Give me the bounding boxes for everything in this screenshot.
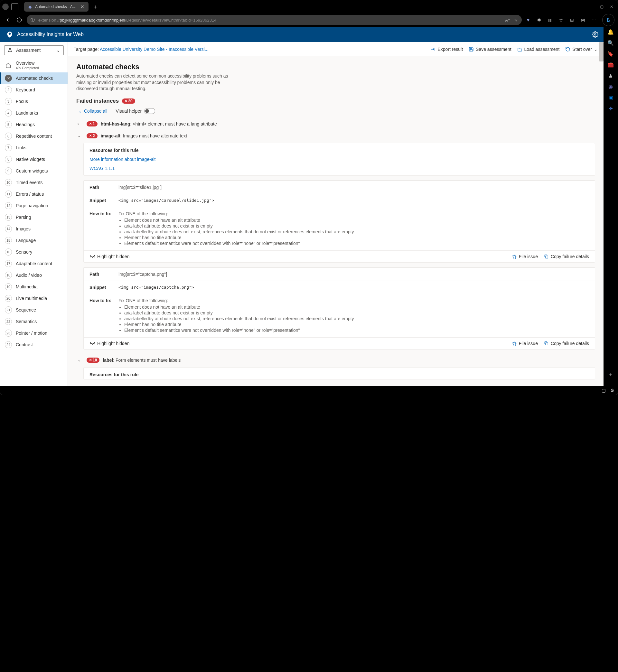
file-issue-button[interactable]: File issue	[512, 254, 538, 259]
settings-gear-icon[interactable]	[592, 31, 598, 38]
nav-item-label: Sequence	[16, 307, 36, 313]
nav-item-multimedia[interactable]: 19Multimedia	[0, 281, 68, 293]
fix-item: aria-labelledby attribute does not exist…	[124, 229, 354, 234]
collapse-all-button[interactable]: ⌄ Collapse all	[78, 108, 107, 114]
tag-icon[interactable]: 🔖	[607, 50, 614, 57]
save-assessment-button[interactable]: Save assessment	[469, 47, 511, 52]
nav-item-headings[interactable]: 5Headings	[0, 119, 68, 130]
add-sidebar-icon[interactable]: ＋	[607, 372, 614, 378]
chevron-down-icon: ⌄	[78, 133, 83, 138]
new-tab-button[interactable]: ＋	[92, 3, 98, 11]
tab-actions-icon[interactable]	[11, 3, 18, 10]
minimize-button[interactable]: ─	[591, 4, 594, 9]
nav-item-keyboard[interactable]: 2Keyboard	[0, 84, 68, 96]
fail-icon: ✕	[5, 75, 12, 82]
nav-item-repetitive-content[interactable]: 6Repetitive content	[0, 130, 68, 142]
nav-item-links[interactable]: 7Links	[0, 142, 68, 153]
nav-item-sensory[interactable]: 16Sensory	[0, 246, 68, 258]
sidebar-toggle-icon[interactable]: ▢	[602, 388, 606, 393]
visual-helper-toggle[interactable]	[144, 108, 155, 114]
nav-item-custom-widgets[interactable]: 9Custom widgets	[0, 165, 68, 177]
favorites-icon[interactable]: ✩	[558, 17, 564, 22]
favorite-icon[interactable]: ☆	[514, 18, 518, 22]
nav-item-images[interactable]: 14Images	[0, 223, 68, 235]
settings-icon[interactable]: ⚙	[610, 388, 614, 393]
nav-item-pointer-motion[interactable]: 23Pointer / motion	[0, 327, 68, 339]
step-number: 11	[5, 191, 12, 198]
nav-item-audio-video[interactable]: 18Audio / video	[0, 269, 68, 281]
rule-html-has-lang[interactable]: › 1 html-has-lang: <html> element must h…	[76, 118, 595, 130]
split-screen-icon[interactable]: ▥	[547, 17, 553, 22]
back-button[interactable]	[4, 16, 12, 24]
address-bar[interactable]: ⓘ extension://pbjjkligggfmakdaogkfomddhf…	[27, 15, 522, 25]
wcag-link[interactable]: WCAG 1.1.1	[90, 166, 589, 171]
performance-icon[interactable]: ⋈	[580, 17, 586, 22]
collections-icon[interactable]: ⊞	[569, 17, 575, 22]
copy-failure-button[interactable]: Copy failure details	[544, 254, 589, 259]
read-aloud-icon[interactable]: A⁺	[505, 18, 510, 22]
nav-item-timed-events[interactable]: 10Timed events	[0, 177, 68, 188]
tab-title: Automated checks - Accessibility	[35, 4, 77, 9]
rule-label[interactable]: ⌄ 10 label: Form elements must have labe…	[76, 354, 595, 366]
load-assessment-button[interactable]: Load assessment	[517, 47, 560, 52]
nav-item-parsing[interactable]: 13Parsing	[0, 211, 68, 223]
nav-item-errors-status[interactable]: 11Errors / status	[0, 188, 68, 200]
copilot-button[interactable]	[602, 14, 614, 26]
copy-icon	[544, 341, 549, 346]
extensions-icon[interactable]: ✱	[536, 17, 542, 22]
shopping-icon[interactable]: 🧰	[607, 62, 614, 68]
nav-item-adaptable-content[interactable]: 17Adaptable content	[0, 258, 68, 269]
nav-item-contrast[interactable]: 24Contrast	[0, 339, 68, 350]
nav-item-landmarks[interactable]: 4Landmarks	[0, 107, 68, 119]
send-icon[interactable]: ✈	[607, 105, 614, 112]
rule-count-badge: 2	[87, 133, 98, 138]
close-window-button[interactable]: ✕	[610, 4, 613, 9]
heart-ext-icon[interactable]: ♥	[525, 17, 531, 22]
nav-overview[interactable]: Overview 4% Completed	[0, 58, 68, 73]
step-number: 23	[5, 330, 12, 337]
nav-overview-label: Overview	[16, 61, 39, 66]
site-info-icon[interactable]: ⓘ	[30, 17, 36, 23]
nav-item-label: Audio / video	[16, 272, 42, 278]
assessment-dropdown[interactable]: Assessment ⌄	[4, 45, 64, 55]
step-number: 12	[5, 202, 12, 209]
nav-item-sequence[interactable]: 21Sequence	[0, 304, 68, 316]
nav-item-page-navigation[interactable]: 12Page navigation	[0, 200, 68, 211]
outlook-icon[interactable]: ▣	[607, 94, 614, 101]
scrollbar-thumb[interactable]	[599, 42, 604, 62]
rule-count-badge: 10	[87, 357, 99, 363]
nav-item-semantics[interactable]: 22Semantics	[0, 316, 68, 327]
more-icon[interactable]: ⋯	[591, 17, 597, 22]
nav-item-focus[interactable]: 3Focus	[0, 96, 68, 107]
games-icon[interactable]: ♟	[607, 73, 614, 79]
maximize-button[interactable]: ▢	[600, 4, 604, 9]
target-page-link[interactable]: Accessible University Demo Site - Inacce…	[100, 47, 209, 52]
browser-tab[interactable]: ◆ Automated checks - Accessibility ✕	[24, 2, 89, 12]
path-value: img[src$="slide1.jpg"]	[118, 185, 162, 190]
nav-item-automated-checks[interactable]: ✕Automated checks	[0, 73, 68, 84]
app-header: Accessibility Insights for Web	[0, 27, 604, 42]
profile-avatar[interactable]	[2, 4, 9, 10]
close-tab-icon[interactable]: ✕	[80, 4, 85, 9]
nav-item-language[interactable]: 15Language	[0, 235, 68, 246]
export-result-button[interactable]: Export result	[430, 47, 463, 52]
fix-item: Element has no title attribute	[124, 322, 354, 327]
nav-item-native-widgets[interactable]: 8Native widgets	[0, 153, 68, 165]
refresh-button[interactable]	[15, 16, 23, 24]
highlight-hidden-button[interactable]: Highlight hidden	[90, 254, 129, 259]
chevron-right-icon: ›	[78, 122, 83, 126]
howto-intro: Fix ONE of the following:	[118, 211, 168, 216]
eye-closed-icon	[90, 254, 95, 258]
file-issue-button[interactable]: File issue	[512, 341, 538, 346]
start-over-button[interactable]: Start over ⌄	[565, 47, 598, 52]
search-icon[interactable]: 🔍	[607, 39, 614, 46]
copy-failure-button[interactable]: Copy failure details	[544, 341, 589, 346]
rule-image-alt[interactable]: ⌄ 2 image-alt: Images must have alternat…	[76, 130, 595, 142]
restart-icon	[565, 47, 571, 52]
highlight-hidden-button[interactable]: Highlight hidden	[90, 341, 129, 346]
notifications-icon[interactable]: 🔔	[607, 29, 614, 35]
office-icon[interactable]: ◉	[607, 83, 614, 90]
nav-item-live-multimedia[interactable]: 20Live multimedia	[0, 293, 68, 304]
fix-item: Element's default semantics were not ove…	[124, 328, 354, 333]
more-info-link[interactable]: More information about image-alt	[90, 157, 589, 162]
